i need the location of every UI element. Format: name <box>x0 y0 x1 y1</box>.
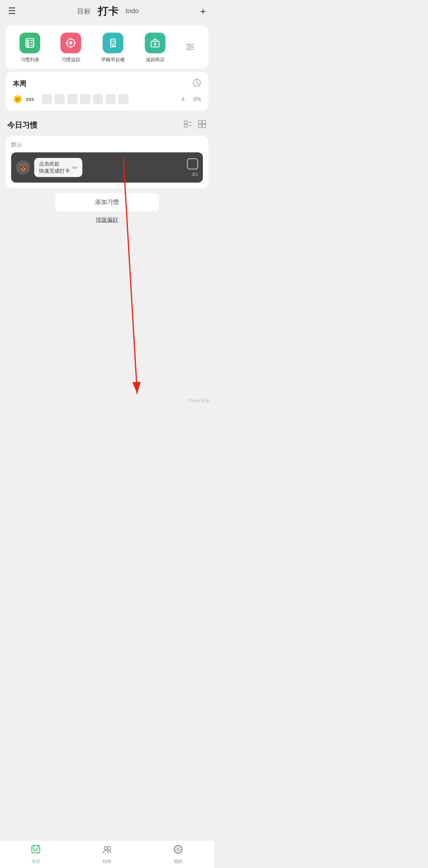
layout-pref-button[interactable]: 排版偏好 <box>96 216 118 224</box>
today-habits-header: 今日习惯 <box>0 114 214 134</box>
weekly-dot-1 <box>42 94 52 104</box>
svg-rect-16 <box>111 43 113 44</box>
header-nav-todo[interactable]: todo <box>126 7 139 15</box>
weekly-dot-5 <box>93 94 103 104</box>
habit-track-icon <box>60 33 81 53</box>
app-header: ☰ 目标 打卡 todo + <box>0 0 214 22</box>
svg-rect-6 <box>27 45 29 47</box>
weekly-dot-3 <box>67 94 78 104</box>
add-habit-button[interactable]: 添加习惯 <box>55 193 159 212</box>
svg-point-20 <box>154 43 156 45</box>
habit-item[interactable]: 🐻 点击此处 快速完成打卡 ✏ 0/1 <box>11 152 203 183</box>
svg-rect-35 <box>198 125 202 128</box>
menu-icon[interactable]: ☰ <box>8 7 16 16</box>
header-nav-goals[interactable]: 目标 <box>77 7 91 16</box>
weekly-row: 🌞 xxx 4 0% <box>13 94 201 104</box>
habit-progress: 0/1 <box>192 172 198 177</box>
weekly-habit-name: xxx <box>26 96 39 102</box>
achievement-icon <box>145 33 165 53</box>
header-title: 打卡 <box>98 4 119 18</box>
weekly-header: 本周 <box>13 78 201 89</box>
habit-item-left: 🐻 点击此处 快速完成打卡 ✏ <box>16 158 82 177</box>
weekly-dot-7 <box>118 94 128 104</box>
habit-check-box[interactable] <box>187 158 198 169</box>
habit-group-card: 默认 🐻 点击此处 快速完成打卡 ✏ 0/1 <box>6 136 208 188</box>
quick-nav-habit-track[interactable]: 习惯追踪 <box>60 33 81 63</box>
weekly-dot-6 <box>105 94 116 104</box>
list-view-icon[interactable] <box>183 119 193 131</box>
early-rise-icon <box>103 33 123 53</box>
habit-quick-tip[interactable]: 点击此处 快速完成打卡 ✏ <box>34 158 82 177</box>
weekly-count: 4 <box>177 96 185 102</box>
svg-line-38 <box>123 157 137 394</box>
achievement-label: 成就商店 <box>146 56 165 63</box>
svg-rect-1 <box>27 40 29 42</box>
weekly-percent: 0% <box>188 96 201 102</box>
habit-emoji: 🐻 <box>16 160 30 175</box>
add-button[interactable]: + <box>200 5 206 18</box>
habit-track-label: 习惯追踪 <box>61 56 80 63</box>
header-nav: 目标 打卡 todo <box>77 4 139 18</box>
weekly-card: 本周 🌞 xxx 4 0% <box>6 72 208 111</box>
quick-nav-habit-list[interactable]: 习惯列表 <box>19 33 40 63</box>
grid-view-icon[interactable] <box>197 119 207 131</box>
weekly-emoji: 🌞 <box>13 94 23 104</box>
habit-tip-icon: ✏ <box>72 164 78 171</box>
svg-rect-5 <box>27 42 29 45</box>
today-habits-title: 今日习惯 <box>7 120 37 130</box>
settings-icon[interactable] <box>186 43 195 54</box>
habit-group-name: 默认 <box>11 141 203 148</box>
svg-rect-18 <box>112 45 114 47</box>
svg-rect-33 <box>198 121 202 124</box>
habit-list-label: 习惯列表 <box>20 56 39 63</box>
svg-rect-30 <box>184 125 187 127</box>
svg-point-27 <box>187 48 189 50</box>
svg-point-25 <box>187 43 189 45</box>
weekly-title: 本周 <box>13 79 26 88</box>
svg-rect-14 <box>111 41 113 42</box>
svg-rect-34 <box>202 121 206 124</box>
quick-nav-achievement[interactable]: 成就商店 <box>145 33 165 63</box>
early-rise-label: 早睡早起楼 <box>101 56 125 63</box>
today-habits-view-icons <box>183 119 207 131</box>
quick-nav-early-rise[interactable]: 早睡早起楼 <box>101 33 125 63</box>
habit-list-icon <box>19 33 40 53</box>
weekly-dots <box>42 94 174 104</box>
weekly-dot-4 <box>80 94 90 104</box>
svg-rect-36 <box>202 125 206 128</box>
svg-point-8 <box>69 41 72 45</box>
svg-rect-17 <box>113 43 115 44</box>
habit-quick-tip-text: 点击此处 快速完成打卡 <box>39 160 70 175</box>
habit-item-right: 0/1 <box>187 158 198 177</box>
weekly-dot-2 <box>54 94 65 104</box>
watermark: Baidu 经验 <box>189 398 210 404</box>
weekly-chart-icon[interactable] <box>193 78 201 89</box>
quick-nav-card: 习惯列表 习惯追踪 早睡早起楼 <box>6 25 208 69</box>
svg-rect-15 <box>113 41 115 42</box>
svg-point-26 <box>191 46 193 48</box>
svg-rect-29 <box>184 121 187 124</box>
